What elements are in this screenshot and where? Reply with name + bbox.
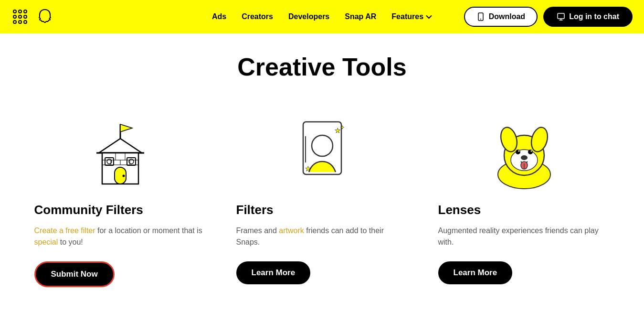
- navbar: Ads Creators Developers Snap AR Features…: [0, 0, 644, 33]
- nav-links: Ads Creators Developers Snap AR Features: [212, 12, 432, 21]
- grid-icon[interactable]: [11, 8, 29, 25]
- card-lenses: Lenses Augmented reality experiences fri…: [438, 110, 610, 284]
- monitor-icon: [557, 12, 565, 21]
- nav-item-developers[interactable]: Developers: [288, 12, 329, 21]
- svg-marker-4: [120, 124, 132, 132]
- cards-container: Community Filters Create a free filter f…: [29, 110, 615, 287]
- community-filters-icon-area: [34, 110, 206, 191]
- card-filters: ★ ✦ ★ Filters Frames and artwork friends…: [236, 110, 408, 284]
- svg-text:✦: ✦: [340, 125, 344, 130]
- download-button[interactable]: Download: [464, 7, 538, 27]
- nav-item-features[interactable]: Features: [391, 12, 432, 21]
- svg-point-9: [122, 175, 125, 177]
- card-community-filters: Community Filters Create a free filter f…: [34, 110, 206, 287]
- navbar-left: [11, 8, 53, 25]
- community-filters-description: Create a free filter for a location or m…: [34, 225, 206, 248]
- svg-point-35: [518, 151, 519, 152]
- phone-icon: [476, 12, 485, 21]
- svg-marker-5: [99, 139, 142, 153]
- filters-learn-more-button[interactable]: Learn More: [236, 261, 311, 284]
- nav-item-ads[interactable]: Ads: [212, 12, 226, 21]
- svg-point-25: [312, 135, 333, 156]
- chevron-down-icon: [425, 13, 432, 20]
- filters-description: Frames and artwork friends can add to th…: [236, 225, 408, 248]
- svg-rect-2: [558, 13, 564, 19]
- lenses-icon-area: [438, 110, 610, 191]
- snapchat-ghost-logo[interactable]: [36, 8, 53, 25]
- community-filters-illustration: [73, 110, 168, 191]
- submit-now-button[interactable]: Submit Now: [34, 261, 115, 287]
- lenses-description: Augmented reality experiences friends ca…: [438, 225, 610, 248]
- main-content: Creative Tools: [0, 33, 644, 316]
- filters-title: Filters: [236, 203, 274, 217]
- svg-point-1: [480, 19, 481, 20]
- filters-icon-area: ★ ✦ ★: [236, 110, 408, 191]
- lenses-learn-more-button[interactable]: Learn More: [438, 261, 513, 284]
- svg-point-36: [530, 151, 532, 152]
- lenses-illustration: [472, 110, 577, 191]
- lenses-title: Lenses: [438, 203, 481, 217]
- filters-illustration: ★ ✦ ★: [274, 110, 370, 191]
- page-title: Creative Tools: [29, 53, 615, 81]
- nav-item-snap-ar[interactable]: Snap AR: [345, 12, 376, 21]
- svg-point-34: [528, 150, 533, 154]
- login-button[interactable]: Log in to chat: [543, 7, 633, 27]
- community-filters-title: Community Filters: [34, 203, 143, 217]
- nav-item-creators[interactable]: Creators: [242, 12, 273, 21]
- navbar-right: Download Log in to chat: [464, 7, 633, 27]
- svg-text:★: ★: [305, 165, 311, 172]
- svg-point-37: [521, 155, 528, 160]
- svg-point-33: [516, 150, 520, 154]
